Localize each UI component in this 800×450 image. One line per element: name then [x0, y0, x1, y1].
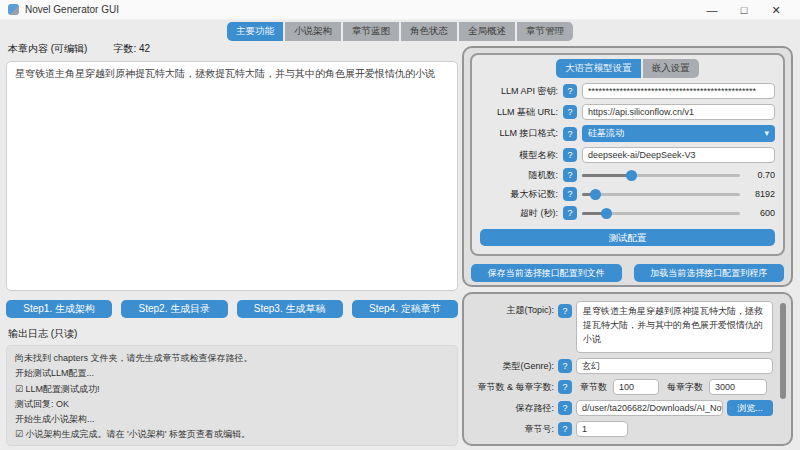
- temperature-row: 随机数: ? 0.70: [480, 168, 775, 182]
- chapter-content-label: 本章内容 (可编辑): [8, 42, 87, 56]
- slider-progress: [582, 174, 631, 177]
- timeout-label: 超时 (秒):: [480, 207, 558, 220]
- interface-format-value: 硅基流动: [588, 125, 624, 142]
- save-config-button[interactable]: 保存当前选择接口配置到文件: [471, 264, 622, 282]
- chapter-num-input[interactable]: 100: [613, 379, 659, 395]
- temperature-value: 0.70: [745, 170, 775, 180]
- chapter-count-row: 章节数 & 每章字数: ? 章节数 100 每章字数 3000: [468, 379, 773, 395]
- tab-global-overview[interactable]: 全局概述: [459, 22, 515, 41]
- slider-thumb[interactable]: [626, 170, 637, 181]
- chapter-content-editor[interactable]: 星穹铁道主角星穿越到原神提瓦特大陆，拯救提瓦特大陆，并与其中的角色展开爱恨情仇的…: [6, 61, 458, 291]
- log-line: ☑ LLM配置测试成功!: [15, 382, 449, 397]
- scrollbar[interactable]: [780, 303, 786, 399]
- chapter-number-label: 章节号:: [468, 423, 554, 436]
- timeout-row: 超时 (秒): ? 600: [480, 206, 775, 220]
- words-per-chapter-label: 每章字数: [667, 381, 703, 394]
- help-icon[interactable]: ?: [563, 187, 577, 201]
- log-line: 尚未找到 chapters 文件夹，请先生成章节或检查保存路径。: [15, 351, 449, 366]
- timeout-value: 600: [745, 208, 775, 218]
- base-url-input[interactable]: https://api.siliconflow.cn/v1: [582, 104, 775, 120]
- step2-generate-directory-button[interactable]: Step2. 生成目录: [121, 300, 227, 318]
- tab-llm-settings[interactable]: 大语言模型设置: [556, 59, 641, 78]
- help-icon[interactable]: ?: [558, 380, 572, 394]
- timeout-slider[interactable]: [582, 206, 740, 220]
- step4-finalize-chapter-button[interactable]: Step4. 定稿章节: [352, 300, 458, 318]
- log-line: 开始测试LLM配置...: [15, 366, 449, 381]
- topic-row: 主题(Topic): ? 星穹铁道主角星穿越到原神提瓦特大陆，拯救提瓦特大陆，并…: [468, 301, 773, 353]
- base-url-row: LLM 基础 URL: ? https://api.siliconflow.cn…: [480, 104, 775, 120]
- help-icon[interactable]: ?: [563, 168, 577, 182]
- genre-label: 类型(Genre):: [468, 360, 554, 373]
- help-icon[interactable]: ?: [558, 401, 572, 415]
- chapter-content-header: 本章内容 (可编辑) 字数: 42: [6, 40, 458, 61]
- novel-params-panel: 主题(Topic): ? 星穹铁道主角星穿越到原神提瓦特大陆，拯救提瓦特大陆，并…: [462, 292, 793, 446]
- interface-format-dropdown[interactable]: 硅基流动 ▾: [582, 125, 775, 142]
- tab-main-functions[interactable]: 主要功能: [227, 22, 283, 41]
- tab-chapter-blueprint[interactable]: 章节蓝图: [343, 22, 399, 41]
- save-path-input[interactable]: d/user/ta206682/Downloads/AI_NovelGenera…: [576, 400, 723, 416]
- topic-input[interactable]: 星穹铁道主角星穿越到原神提瓦特大陆，拯救提瓦特大陆，并与其中的角色展开爱恨情仇的…: [576, 301, 773, 353]
- genre-row: 类型(Genre): ? 玄幻: [468, 358, 773, 374]
- temperature-slider[interactable]: [582, 168, 740, 182]
- output-log-label: 输出日志 (只读): [8, 327, 456, 341]
- slider-thumb[interactable]: [590, 189, 601, 200]
- help-icon[interactable]: ?: [563, 206, 577, 220]
- step-buttons-row: Step1. 生成架构 Step2. 生成目录 Step3. 生成草稿 Step…: [6, 300, 458, 318]
- window-title: Novel Generator GUI: [25, 4, 119, 15]
- chapter-number-input[interactable]: 1: [576, 421, 628, 437]
- base-url-label: LLM 基础 URL:: [480, 106, 558, 119]
- api-key-label: LLM API 密钥:: [480, 85, 558, 98]
- window-controls: — □ ✕: [696, 0, 792, 20]
- tab-novel-architecture[interactable]: 小说架构: [285, 22, 341, 41]
- max-tokens-row: 最大标记数: ? 8192: [480, 187, 775, 201]
- step3-generate-draft-button[interactable]: Step3. 生成草稿: [237, 300, 343, 318]
- word-count-label: 字数: 42: [113, 42, 150, 56]
- chapter-number-row: 章节号: ? 1: [468, 421, 773, 437]
- help-icon[interactable]: ?: [558, 422, 572, 436]
- interface-format-label: LLM 接口格式:: [480, 127, 558, 140]
- max-tokens-label: 最大标记数:: [480, 188, 558, 201]
- config-io-row: 保存当前选择接口配置到文件 加载当前选择接口配置到程序: [470, 264, 785, 282]
- api-key-row: LLM API 密钥: ? **************************…: [480, 83, 775, 99]
- chevron-down-icon: ▾: [764, 125, 769, 142]
- chapter-num-label: 章节数: [580, 381, 607, 394]
- left-panel: 本章内容 (可编辑) 字数: 42 星穹铁道主角星穿越到原神提瓦特大陆，拯救提瓦…: [6, 40, 458, 446]
- api-key-input[interactable]: ****************************************…: [582, 83, 775, 99]
- log-line: 已加载 Novel_architecture.txt 内容到编辑区。: [15, 443, 449, 446]
- llm-config-inner: 大语言模型设置 嵌入设置 LLM API 密钥: ? *************…: [470, 53, 785, 256]
- tab-chapter-management[interactable]: 章节管理: [517, 22, 573, 41]
- log-line: ☑ 小说架构生成完成。请在 '小说架构' 标签页查看或编辑。: [15, 427, 449, 442]
- slider-thumb[interactable]: [601, 208, 612, 219]
- max-tokens-slider[interactable]: [582, 187, 740, 201]
- interface-format-row: LLM 接口格式: ? 硅基流动 ▾: [480, 125, 775, 142]
- chapter-count-label: 章节数 & 每章字数:: [468, 381, 554, 394]
- title-bar: Novel Generator GUI — □ ✕: [0, 0, 800, 20]
- max-tokens-value: 8192: [745, 189, 775, 199]
- help-icon[interactable]: ?: [563, 127, 577, 141]
- topic-label: 主题(Topic):: [468, 304, 554, 317]
- browse-button[interactable]: 浏览...: [727, 400, 773, 416]
- load-config-button[interactable]: 加载当前选择接口配置到程序: [634, 264, 785, 282]
- close-icon[interactable]: ✕: [760, 0, 792, 20]
- help-icon[interactable]: ?: [558, 304, 572, 318]
- main-tab-bar: 主要功能 小说架构 章节蓝图 角色状态 全局概述 章节管理: [0, 22, 800, 41]
- genre-input[interactable]: 玄幻: [576, 358, 773, 374]
- config-tab-bar: 大语言模型设置 嵌入设置: [480, 59, 775, 78]
- step1-generate-architecture-button[interactable]: Step1. 生成架构: [6, 300, 112, 318]
- help-icon[interactable]: ?: [563, 148, 577, 162]
- save-path-row: 保存路径: ? d/user/ta206682/Downloads/AI_Nov…: [468, 400, 773, 416]
- llm-config-panel: 大语言模型设置 嵌入设置 LLM API 密钥: ? *************…: [462, 46, 793, 287]
- output-log[interactable]: 尚未找到 chapters 文件夹，请先生成章节或检查保存路径。 开始测试LLM…: [6, 345, 458, 446]
- tab-character-state[interactable]: 角色状态: [401, 22, 457, 41]
- help-icon[interactable]: ?: [563, 84, 577, 98]
- app-icon: [8, 4, 19, 15]
- tab-embedding-settings[interactable]: 嵌入设置: [643, 59, 699, 78]
- model-name-input[interactable]: deepseek-ai/DeepSeek-V3: [582, 147, 775, 163]
- minimize-icon[interactable]: —: [696, 0, 728, 20]
- maximize-icon[interactable]: □: [728, 0, 760, 20]
- words-per-chapter-input[interactable]: 3000: [709, 379, 767, 395]
- test-config-button[interactable]: 测试配置: [480, 229, 775, 246]
- log-line: 开始生成小说架构...: [15, 412, 449, 427]
- help-icon[interactable]: ?: [558, 359, 572, 373]
- help-icon[interactable]: ?: [563, 105, 577, 119]
